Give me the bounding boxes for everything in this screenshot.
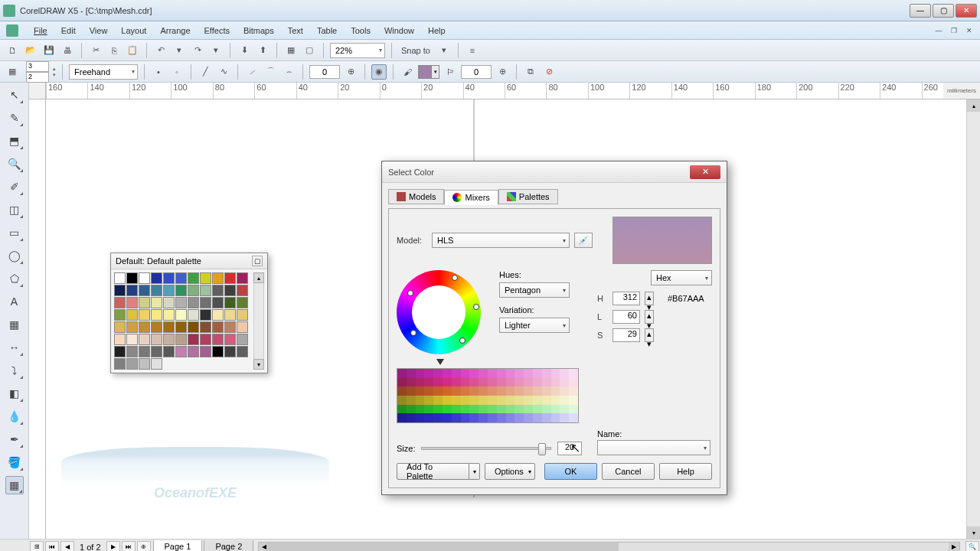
palette-swatch[interactable]: [188, 309, 199, 321]
palette-swatch[interactable]: [139, 285, 150, 296]
variation-cell[interactable]: [569, 369, 578, 378]
slider-thumb-icon[interactable]: [538, 443, 546, 455]
smooth-mesh-icon[interactable]: ◉: [371, 64, 387, 80]
variation-cell[interactable]: [533, 386, 542, 396]
variation-combo[interactable]: Lighter: [499, 318, 570, 333]
add-to-palette-button[interactable]: Add To Palette: [397, 463, 469, 480]
variation-cell[interactable]: [397, 386, 407, 396]
variation-cell[interactable]: [479, 396, 488, 405]
zoom-tool-icon[interactable]: 🔍: [5, 155, 24, 173]
shape-tool-icon[interactable]: ✎: [5, 109, 24, 127]
palette-swatch[interactable]: [200, 297, 211, 308]
variation-cell[interactable]: [533, 378, 542, 387]
palette-titlebar[interactable]: Default: Default palette ▢: [111, 253, 267, 269]
palette-swatch[interactable]: [151, 285, 162, 296]
variation-cell[interactable]: [433, 386, 443, 396]
menu-help[interactable]: Help: [422, 24, 452, 37]
variation-cell[interactable]: [506, 369, 515, 378]
palette-swatch[interactable]: [114, 285, 126, 296]
variation-cell[interactable]: [497, 386, 506, 396]
print-icon[interactable]: 🖶: [60, 43, 75, 58]
variation-cell[interactable]: [443, 369, 452, 378]
help-button[interactable]: Help: [659, 463, 712, 480]
variation-cell[interactable]: [569, 413, 578, 422]
variation-cell[interactable]: [452, 386, 461, 396]
palette-swatch[interactable]: [175, 321, 187, 333]
variation-cell[interactable]: [452, 405, 461, 414]
tab-models[interactable]: Models: [388, 189, 444, 204]
variation-cell[interactable]: [469, 413, 479, 422]
palette-swatch[interactable]: [114, 321, 126, 333]
variation-cell[interactable]: [542, 413, 551, 422]
palette-swatch[interactable]: [237, 285, 248, 296]
palette-swatch[interactable]: [224, 321, 236, 333]
palette-grid[interactable]: [114, 272, 251, 370]
palette-swatch[interactable]: [212, 321, 224, 333]
variation-cell[interactable]: [407, 413, 416, 422]
palette-swatch[interactable]: [114, 334, 126, 345]
variation-cell[interactable]: [506, 405, 515, 414]
palette-swatch[interactable]: [224, 334, 236, 345]
palette-swatch[interactable]: [188, 272, 199, 284]
fill-tool-icon[interactable]: 🪣: [5, 453, 24, 471]
name-combo[interactable]: [597, 440, 710, 455]
variation-cell[interactable]: [514, 405, 524, 414]
node-del-icon[interactable]: ◦: [169, 64, 185, 80]
dialog-close-button[interactable]: ✕: [690, 165, 720, 179]
page-tab-1[interactable]: Page 1: [153, 540, 203, 551]
doc-minimize-button[interactable]: —: [933, 25, 945, 36]
scroll-down-icon[interactable]: ▾: [967, 527, 980, 539]
curve-icon[interactable]: ∿: [216, 64, 231, 80]
clear-mesh-icon[interactable]: ⊘: [541, 64, 557, 80]
menu-edit[interactable]: Edit: [55, 24, 82, 37]
palette-swatch[interactable]: [175, 334, 187, 345]
variation-cell[interactable]: [551, 386, 560, 396]
palette-swatch[interactable]: [163, 272, 175, 284]
l-spinner[interactable]: ▴▾: [645, 310, 654, 324]
palette-swatch[interactable]: [126, 272, 138, 284]
variation-cell[interactable]: [524, 369, 533, 378]
variation-cell[interactable]: [433, 369, 443, 378]
variation-cell[interactable]: [506, 413, 515, 422]
curve-val2-input[interactable]: [461, 65, 492, 79]
variation-cell[interactable]: [407, 369, 416, 378]
palette-swatch[interactable]: [126, 346, 138, 357]
zoom-combo[interactable]: 22%: [330, 43, 385, 58]
l-input[interactable]: 60: [612, 310, 640, 324]
variation-cell[interactable]: [560, 396, 569, 405]
palette-swatch[interactable]: [212, 297, 224, 308]
variation-cell[interactable]: [542, 378, 551, 387]
variation-cell[interactable]: [560, 378, 569, 387]
variation-cell[interactable]: [424, 405, 433, 414]
connector-tool-icon[interactable]: ⤵: [5, 361, 24, 380]
rectangle-tool-icon[interactable]: ▭: [5, 223, 24, 242]
undo-icon[interactable]: ↶: [153, 43, 168, 58]
variation-cell[interactable]: [407, 386, 416, 396]
save-icon[interactable]: 💾: [41, 43, 57, 58]
variation-cell[interactable]: [533, 396, 542, 405]
menu-table[interactable]: Table: [311, 24, 343, 37]
palette-swatch[interactable]: [188, 321, 199, 333]
smart-fill-tool-icon[interactable]: ◫: [5, 201, 24, 219]
variation-cell[interactable]: [560, 369, 569, 378]
variation-cell[interactable]: [533, 413, 542, 422]
variation-cell[interactable]: [542, 369, 551, 378]
freehand-tool-icon[interactable]: ✐: [5, 178, 24, 196]
palette-swatch[interactable]: [126, 358, 138, 370]
variation-cell[interactable]: [488, 386, 497, 396]
variation-cell[interactable]: [424, 378, 433, 387]
palette-swatch[interactable]: [163, 285, 175, 296]
menu-tools[interactable]: Tools: [345, 24, 377, 37]
variation-cell[interactable]: [452, 369, 461, 378]
table-tool-icon[interactable]: ▦: [5, 315, 24, 334]
palette-swatch[interactable]: [163, 346, 175, 357]
variation-cell[interactable]: [479, 405, 488, 414]
variation-cell[interactable]: [560, 413, 569, 422]
smooth-icon[interactable]: ⌒: [263, 64, 278, 80]
menu-layout[interactable]: Layout: [115, 24, 152, 37]
variation-cell[interactable]: [497, 369, 506, 378]
variation-cell[interactable]: [397, 378, 407, 387]
palette-swatch[interactable]: [175, 285, 187, 296]
h-spinner[interactable]: ▴▾: [645, 292, 654, 305]
model-combo[interactable]: HLS: [432, 233, 570, 248]
